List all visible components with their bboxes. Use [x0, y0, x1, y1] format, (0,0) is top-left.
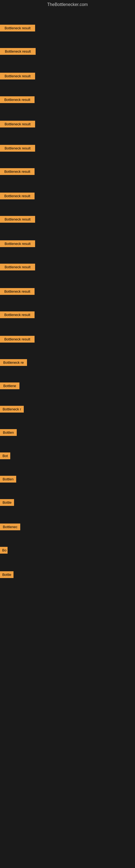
bottleneck-result-button-13[interactable]: Bottleneck result	[0, 311, 35, 318]
bottleneck-result-button-21[interactable]: Bottle	[0, 499, 14, 506]
bottleneck-result-button-2[interactable]: Bottleneck result	[0, 48, 36, 55]
bottleneck-result-button-9[interactable]: Bottleneck result	[0, 216, 35, 223]
bottleneck-result-button-19[interactable]: Bot	[0, 453, 10, 459]
bottleneck-result-button-8[interactable]: Bottleneck result	[0, 193, 35, 199]
bottleneck-result-button-6[interactable]: Bottleneck result	[0, 145, 35, 152]
bottleneck-result-button-3[interactable]: Bottleneck result	[0, 73, 35, 80]
bottleneck-result-button-22[interactable]: Bottlenec	[0, 524, 20, 530]
bottleneck-result-button-11[interactable]: Bottleneck result	[0, 264, 35, 271]
bottleneck-result-button-20[interactable]: Bottlen	[0, 476, 16, 483]
bottleneck-result-button-7[interactable]: Bottleneck result	[0, 168, 35, 175]
bottleneck-result-button-12[interactable]: Bottleneck result	[0, 288, 35, 295]
site-title: TheBottlenecker.com	[0, 0, 135, 9]
bottleneck-result-button-18[interactable]: Bottlen	[0, 429, 17, 436]
bottleneck-result-button-15[interactable]: Bottleneck re	[0, 359, 27, 366]
bottleneck-result-button-10[interactable]: Bottleneck result	[0, 240, 35, 247]
bottleneck-result-button-5[interactable]: Bottleneck result	[0, 121, 35, 127]
bottleneck-result-button-14[interactable]: Bottleneck result	[0, 336, 35, 343]
bottleneck-result-button-16[interactable]: Bottlene	[0, 382, 19, 389]
bottleneck-result-button-17[interactable]: Bottleneck r	[0, 406, 24, 412]
bottleneck-result-button-23[interactable]: Bo	[0, 547, 8, 554]
bottleneck-result-button-24[interactable]: Bottle	[0, 571, 13, 578]
bottleneck-result-button-1[interactable]: Bottleneck result	[0, 25, 35, 31]
bottleneck-result-button-4[interactable]: Bottleneck result	[0, 96, 35, 103]
